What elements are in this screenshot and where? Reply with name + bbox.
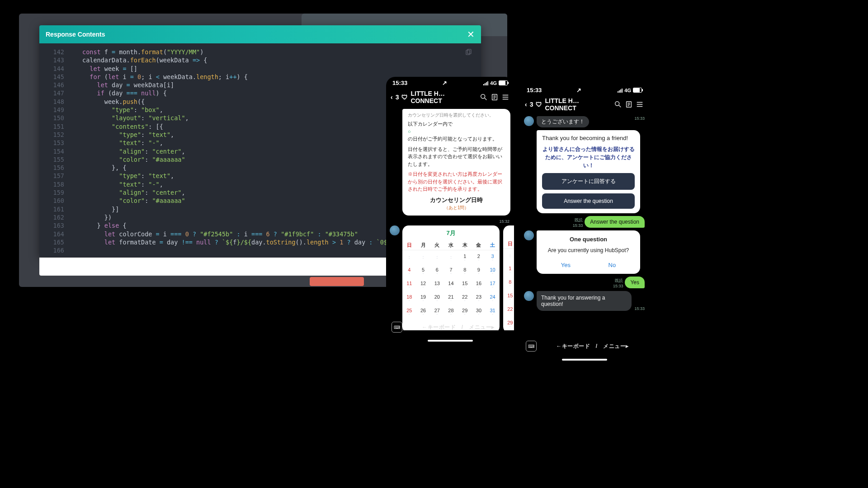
svg-point-11 xyxy=(615,102,619,106)
chat-header: ‹ 3 🛡 LITTLE H…CONNECT xyxy=(520,94,648,114)
circle-icon: ○ xyxy=(408,128,505,136)
avatar[interactable] xyxy=(524,230,534,240)
card-text: 日付を選択すると、ご予約可能な時間帯が表示されますので合わせて選択をお願いいたし… xyxy=(408,145,505,168)
search-icon[interactable] xyxy=(614,100,622,108)
network-label: 4G xyxy=(624,88,631,93)
svg-line-3 xyxy=(485,98,487,100)
card-subtitle: より皆さんに合った情報をお届けするために、アンケートにご協力ください！ xyxy=(542,145,635,169)
question-text: Are you currently using HubSpot? xyxy=(542,247,635,253)
menu-icon[interactable] xyxy=(501,93,509,101)
background-button-shadow xyxy=(310,277,364,286)
back-icon[interactable]: ‹ xyxy=(391,94,393,101)
keyboard-icon[interactable]: ⌨ xyxy=(392,322,402,333)
home-indicator[interactable] xyxy=(428,340,473,342)
user-message: Yes xyxy=(625,277,645,288)
line-number-gutter: 142 143 144 145 146 147 148 149 150 151 … xyxy=(39,48,69,254)
chat-title: LITTLE H…CONNECT xyxy=(410,90,474,104)
home-indicator[interactable] xyxy=(562,359,607,361)
avatar[interactable] xyxy=(524,116,534,126)
bot-message: Thank you for answering a question! xyxy=(537,291,632,311)
toolbar-label[interactable]: ←キーボード / メニュー▸ xyxy=(408,324,509,331)
timestamp: 15:32 xyxy=(390,219,510,224)
read-label: 既読 xyxy=(573,217,583,223)
question-card[interactable]: One question Are you currently using Hub… xyxy=(537,230,640,274)
back-count: 3 xyxy=(396,94,399,101)
search-icon[interactable] xyxy=(480,93,488,101)
calendar-card-next[interactable]: 日月----1---8-9-15-16-22-23-29--- xyxy=(503,225,514,330)
bot-message: とうございます！ xyxy=(537,116,589,127)
avatar[interactable] xyxy=(390,225,400,235)
back-icon[interactable]: ‹ xyxy=(525,101,527,108)
timestamp: 15:33 xyxy=(613,284,623,288)
close-icon[interactable]: ✕ xyxy=(467,29,475,40)
calendar-month: 7月 xyxy=(402,229,500,237)
chat-body[interactable]: カウンセリング日時を選択してください。 以下カレンダー内で ○ の日付がご予約可… xyxy=(386,107,514,330)
battery-icon xyxy=(499,80,508,85)
survey-intro-card[interactable]: Thank you for becoming a friend! より皆さんに合… xyxy=(537,130,640,213)
card-text: 以下カレンダー内で xyxy=(408,120,505,128)
network-label: 4G xyxy=(490,80,497,86)
signal-icon xyxy=(483,81,488,85)
signal-icon xyxy=(618,88,623,93)
card-subtitle: （あと1問） xyxy=(408,204,505,211)
chat-toolbar: ⌨ ←キーボード / メニュー▸ xyxy=(386,316,514,343)
notes-icon[interactable] xyxy=(625,100,633,108)
question-title: One question xyxy=(542,236,635,243)
card-warning: ※日付を変更されたい方は再度カレンダーから別の日付を選択ください。最後に選択され… xyxy=(408,170,505,193)
copy-icon[interactable] xyxy=(465,49,472,56)
statusbar: 15:33 ↗ 4G xyxy=(386,77,514,87)
answer-survey-button-jp[interactable]: アンケートに回答する xyxy=(542,173,635,190)
answer-yes-button[interactable]: Yes xyxy=(561,262,571,268)
status-time: 15:33 xyxy=(392,80,407,86)
keyboard-icon[interactable]: ⌨ xyxy=(526,341,537,352)
calendar-card[interactable]: 7月 日月火水木金土--------1-2-3-4-5-6-7-8-9-10-1… xyxy=(402,225,500,330)
chat-header: ‹ 3 🛡 LITTLE H…CONNECT xyxy=(386,87,514,107)
toolbar-label[interactable]: ←キーボード / メニュー▸ xyxy=(542,343,643,350)
timestamp: 15:33 xyxy=(634,306,645,311)
shield-icon: 🛡 xyxy=(401,94,408,101)
card-text: の日付がご予約可能となっております。 xyxy=(408,135,505,143)
timestamp: 15:33 xyxy=(573,223,583,228)
svg-line-12 xyxy=(619,105,621,108)
card-text: Thank you for becoming a friend! xyxy=(542,135,635,141)
card-title: カウンセリング日時 xyxy=(408,196,505,205)
read-label: 既読 xyxy=(613,278,623,284)
chat-toolbar: ⌨ ←キーボード / メニュー▸ xyxy=(520,335,648,362)
code-content: const f = month.format("YYYY/MM") calend… xyxy=(69,48,417,254)
phone-mockup-calendar: 15:33 ↗ 4G ‹ 3 🛡 LITTLE H…CONNECT カウンセリン… xyxy=(386,77,514,343)
notes-icon[interactable] xyxy=(491,93,499,101)
chat-body[interactable]: とうございます！ 15:33 Thank you for becoming a … xyxy=(520,114,648,349)
timestamp: 15:33 xyxy=(634,116,645,121)
user-message: Answer the question xyxy=(585,216,645,228)
calendar-month xyxy=(503,229,514,236)
statusbar: 15:33 ↗ 4G xyxy=(520,84,648,94)
back-count: 3 xyxy=(530,101,533,108)
battery-icon xyxy=(633,88,642,93)
modal-header: Response Contents ✕ xyxy=(39,25,481,43)
svg-point-2 xyxy=(481,94,485,99)
status-time: 15:33 xyxy=(527,87,542,94)
modal-title: Response Contents xyxy=(46,31,105,38)
shield-icon: 🛡 xyxy=(536,101,542,108)
info-card[interactable]: カウンセリング日時を選択してください。 以下カレンダー内で ○ の日付がご予約可… xyxy=(402,109,510,216)
phone-mockup-survey: 15:33 ↗ 4G ‹ 3 🛡 LITTLE H…CONNECT とうございま… xyxy=(520,84,648,362)
menu-icon[interactable] xyxy=(636,100,644,108)
answer-survey-button-en[interactable]: Answer the question xyxy=(542,193,635,209)
answer-no-button[interactable]: No xyxy=(609,262,616,268)
chat-title: LITTLE H…CONNECT xyxy=(545,97,609,112)
calendar-grid: 日月火水木金土--------1-2-3-4-5-6-7-8-9-10-11-1… xyxy=(402,240,500,318)
avatar[interactable] xyxy=(524,291,534,301)
